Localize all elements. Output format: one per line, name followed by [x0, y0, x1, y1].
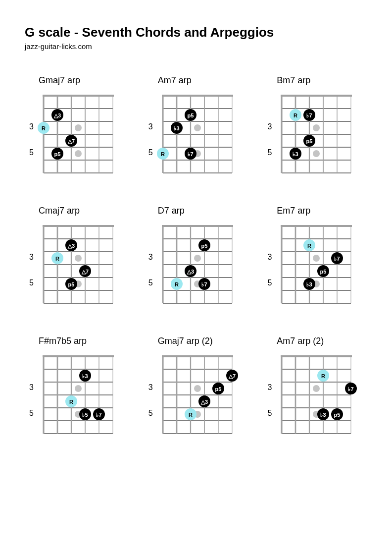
chord-diagram: Cmaj7 arp35R△3△7p5	[25, 206, 129, 306]
svg-rect-91	[162, 355, 233, 357]
note-label: R	[189, 412, 193, 418]
fret-label	[25, 289, 34, 302]
fret-label	[263, 159, 272, 172]
note-label: △7	[67, 138, 75, 144]
svg-rect-39	[43, 225, 114, 227]
fret-label	[144, 133, 153, 146]
fret-label	[25, 159, 34, 172]
fretboard: R△3△7p5	[37, 95, 120, 174]
chord-diagram: Am7 arp35R♭3p5♭7	[144, 75, 248, 176]
fret-label	[263, 289, 272, 302]
note-label: R	[294, 112, 297, 118]
chord-name: F#m7b5 arp	[39, 336, 129, 346]
fret-label: 3	[25, 381, 34, 394]
fret-label	[263, 225, 272, 238]
fret-labels: 35	[25, 95, 34, 172]
note-label: R	[175, 281, 179, 287]
fret-label	[25, 368, 34, 381]
fret-marker	[194, 124, 201, 131]
svg-rect-104	[281, 355, 352, 357]
note-label: ♭3	[174, 125, 179, 131]
fret-label: 5	[144, 277, 153, 289]
fret-label	[263, 108, 272, 120]
fret-labels: 35	[263, 355, 272, 433]
chord-name: Am7 arp (2)	[277, 336, 367, 346]
fret-label	[25, 420, 34, 433]
chord-name: Cmaj7 arp	[39, 206, 129, 216]
fret-label	[25, 394, 34, 407]
note-label: ♭3	[82, 373, 88, 379]
fret-label	[263, 238, 272, 251]
chord-name: Am7 arp	[158, 75, 248, 86]
note-label: R	[321, 373, 325, 379]
fret-label	[263, 95, 272, 108]
fretboard: R△3p5△7	[156, 355, 239, 435]
note-label: ♭7	[335, 256, 340, 262]
chord-diagram: Am7 arp (2)35R♭3p5♭7	[263, 336, 367, 437]
svg-rect-65	[281, 225, 352, 227]
fret-marker	[194, 255, 201, 262]
fret-marker	[313, 150, 320, 157]
fret-labels: 35	[25, 225, 34, 302]
fret-label: 3	[25, 120, 34, 133]
note-label: △3	[187, 269, 194, 275]
fret-label	[25, 225, 34, 238]
note-label: △3	[53, 112, 61, 118]
page-subtitle: jazz-guitar-licks.com	[25, 42, 367, 51]
fret-label	[144, 264, 153, 277]
note-label: ♭7	[348, 386, 354, 392]
fret-label: 3	[263, 251, 272, 264]
fret-label: 3	[263, 381, 272, 394]
fretboard: R♭3p5♭7	[156, 95, 239, 174]
chord-diagram: Bm7 arp35R♭7p5♭3	[263, 75, 367, 176]
note-label: △3	[200, 399, 208, 405]
fret-label	[25, 264, 34, 277]
fret-label	[144, 394, 153, 407]
svg-rect-13	[162, 95, 233, 97]
fret-label: 5	[144, 146, 153, 159]
note-label: p5	[334, 412, 341, 418]
note-label: p5	[320, 269, 327, 275]
fret-label	[144, 368, 153, 381]
note-label: p5	[68, 281, 75, 287]
fret-label: 5	[25, 277, 34, 289]
note-label: p5	[201, 243, 207, 249]
fret-labels: 35	[144, 95, 153, 172]
fretboard: R♭7p5♭3	[275, 95, 358, 174]
chord-name: Gmaj7 arp	[39, 75, 129, 86]
fretboard: R△3△7p5	[37, 225, 120, 304]
fret-label	[144, 159, 153, 172]
fret-label: 5	[263, 277, 272, 289]
chord-name: Bm7 arp	[277, 75, 367, 86]
fret-label	[144, 355, 153, 368]
fret-label	[144, 225, 153, 238]
diagram-grid: Gmaj7 arp35R△3△7p5Am7 arp35R♭3p5♭7Bm7 ar…	[25, 75, 367, 437]
svg-rect-78	[43, 355, 114, 357]
chord-diagram: Gmaj7 arp35R△3△7p5	[25, 75, 129, 176]
fret-label: 3	[144, 120, 153, 133]
svg-rect-52	[162, 225, 233, 227]
fret-marker	[313, 255, 320, 262]
fret-label	[263, 420, 272, 433]
fretboard: R♭3p5♭7	[275, 355, 358, 435]
fret-label: 3	[144, 381, 153, 394]
note-label: p5	[187, 112, 194, 118]
fret-marker	[75, 255, 82, 262]
svg-rect-0	[43, 95, 114, 97]
fret-label: 3	[263, 120, 272, 133]
note-label: ♭7	[188, 151, 193, 157]
fret-marker	[313, 124, 320, 131]
chord-diagram: D7 arp35R△3p5♭7	[144, 206, 248, 306]
note-label: ♭5	[82, 412, 88, 418]
fretboard: R♭3♭5♭7	[37, 355, 120, 435]
fret-label	[25, 108, 34, 120]
fret-label	[144, 95, 153, 108]
fret-label	[144, 420, 153, 433]
fret-label	[263, 264, 272, 277]
fret-label	[25, 133, 34, 146]
note-label: R	[69, 399, 73, 405]
fret-label	[263, 394, 272, 407]
fret-marker	[194, 385, 201, 392]
fret-label	[263, 133, 272, 146]
fret-label	[25, 355, 34, 368]
